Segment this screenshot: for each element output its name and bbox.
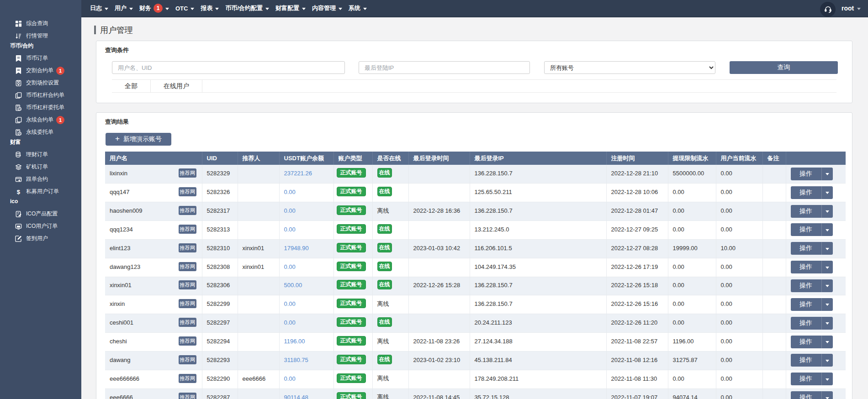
svg-text:$: $: [17, 188, 21, 195]
